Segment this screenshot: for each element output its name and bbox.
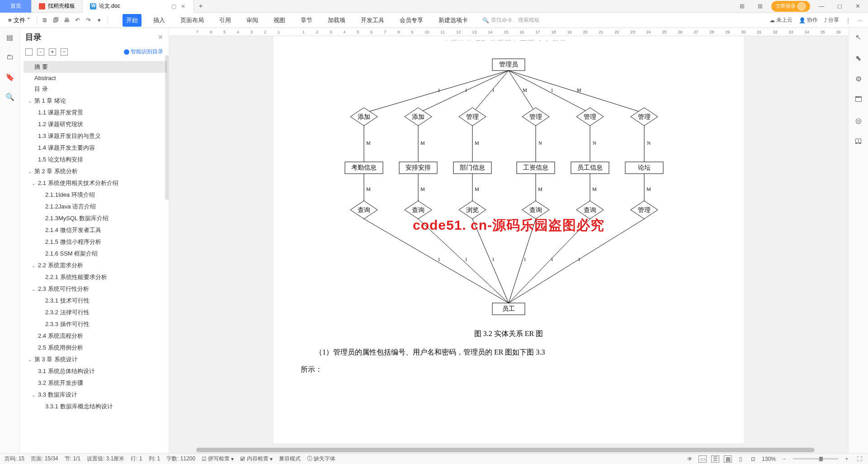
undo-icon[interactable]: ↶: [73, 16, 82, 25]
zoom-in-icon[interactable]: +: [843, 455, 851, 463]
ribbon-tab-addin[interactable]: 加载项: [324, 14, 349, 27]
outline-item[interactable]: 2.1.3MySQL 数据库介绍: [24, 213, 167, 224]
remove-icon[interactable]: −: [61, 48, 68, 56]
tab-add-button[interactable]: ＋: [194, 1, 208, 11]
zoom-out-icon[interactable]: −: [780, 455, 788, 463]
outline-item[interactable]: 3.1 系统总体结构设计: [24, 365, 167, 377]
outline-item[interactable]: 2.1.5 微信小程序分析: [24, 236, 167, 248]
outline-item[interactable]: 2.2.1 系统性能要求分析: [24, 271, 167, 283]
outline-item[interactable]: 目 录: [24, 83, 167, 95]
outline-item[interactable]: Abstract: [24, 73, 167, 83]
outline-icon[interactable]: ▤: [5, 33, 14, 42]
cloud-status[interactable]: ☁ 未上云: [769, 16, 793, 24]
layout-icon[interactable]: ⊞: [735, 1, 749, 12]
close-icon[interactable]: ✕: [158, 33, 163, 41]
eye-icon[interactable]: 👁: [686, 455, 694, 463]
tab-templates[interactable]: 找稻壳模板: [32, 0, 83, 13]
file-menu[interactable]: ≡ 文件 ˅: [5, 14, 33, 26]
bookmark-icon[interactable]: 🔖: [5, 72, 14, 81]
outline-item[interactable]: 3.3.1 数据库概念结构设计: [24, 401, 167, 412]
select-icon[interactable]: ↖: [854, 33, 863, 42]
cursor-icon[interactable]: ⬉: [854, 53, 863, 62]
ribbon-tab-member[interactable]: 会员专享: [396, 14, 427, 27]
outline-item[interactable]: ⌄2.2 系统需求分析: [24, 260, 167, 271]
zoom-fit-icon[interactable]: ⊡: [749, 455, 757, 463]
ribbon-tab-reference[interactable]: 引用: [216, 14, 235, 27]
ribbon-tab-chapter[interactable]: 章节: [297, 14, 316, 27]
content-check[interactable]: 🗹 内容检查 ▾: [240, 455, 273, 463]
login-button[interactable]: 立即登录: [771, 1, 810, 12]
zoom-slider[interactable]: [793, 458, 838, 459]
outline-item[interactable]: ⌄2.1 系统使用相关技术分析介绍: [24, 177, 167, 189]
outline-item[interactable]: 1.2 课题研究现状: [24, 118, 167, 130]
ruler[interactable]: 7654321123456789101112131415161718192021…: [169, 28, 848, 36]
share-button[interactable]: ⤴ 分享: [824, 16, 839, 24]
outline-item[interactable]: 2.1.4 微信开发者工具: [24, 224, 167, 236]
ribbon-tab-start[interactable]: 开始: [123, 14, 142, 27]
dropdown-icon[interactable]: ▾: [95, 16, 104, 25]
smart-toc-button[interactable]: 智能识别目录: [124, 48, 163, 56]
minimize-button[interactable]: —: [815, 1, 828, 12]
outline-item[interactable]: 2.3.1 技术可行性: [24, 295, 167, 307]
outline-item[interactable]: 2.1.6 SSM 框架介绍: [24, 248, 167, 260]
outline-item[interactable]: 1.4 课题开发主要内容: [24, 142, 167, 154]
outline-item[interactable]: 2.5 系统用例分析: [24, 342, 167, 354]
collab-button[interactable]: 👤 协作: [799, 16, 818, 24]
outline-item[interactable]: 2.3.3 操作可行性: [24, 318, 167, 330]
outline-item[interactable]: 1.5 论文结构安排: [24, 154, 167, 166]
more-icon[interactable]: ⋮: [845, 17, 851, 24]
zoom-value[interactable]: 130%: [762, 456, 776, 462]
fullscreen-icon[interactable]: ⛶: [855, 455, 863, 463]
outline-list[interactable]: 摘 要Abstract目 录⌄第 1 章 绪论1.1 课题开发背景1.2 课题研…: [20, 59, 169, 453]
outline-item[interactable]: ⌄3.3 数据库设计: [24, 389, 167, 401]
outline-item[interactable]: 2.3.2 法律可行性: [24, 307, 167, 318]
save-icon[interactable]: 🗎: [41, 16, 50, 25]
view-page-icon[interactable]: ▭: [698, 455, 707, 463]
ribbon-tab-review[interactable]: 审阅: [243, 14, 262, 27]
maximize-button[interactable]: ◻: [833, 1, 846, 12]
close-button[interactable]: ✕: [851, 1, 864, 12]
outline-item[interactable]: 2.4 系统流程分析: [24, 330, 167, 342]
col[interactable]: 列: 1: [149, 455, 160, 463]
help-icon[interactable]: ◎: [854, 116, 863, 125]
preview-icon[interactable]: 🖶: [62, 16, 71, 25]
position[interactable]: 设置值: 3.1厘米: [87, 455, 124, 463]
reading-icon[interactable]: 🕮: [854, 137, 863, 146]
tab-popout-icon[interactable]: ▢: [171, 3, 177, 9]
horizontal-scrollbar[interactable]: [169, 447, 842, 453]
page-number[interactable]: 页码: 15: [5, 455, 24, 463]
view-web-icon[interactable]: ▦: [724, 455, 732, 463]
ribbon-tab-dev[interactable]: 开发工具: [357, 14, 388, 27]
search-icon[interactable]: 🔍: [5, 92, 14, 101]
outline-item[interactable]: ⌄第 1 章 绪论: [24, 95, 167, 107]
object-icon[interactable]: 🗔: [854, 95, 863, 104]
outline-item[interactable]: 摘 要: [24, 61, 167, 73]
view-reading-icon[interactable]: ▯: [736, 455, 745, 463]
outline-item[interactable]: 3.2 系统开发步骤: [24, 377, 167, 389]
ribbon-tab-layout[interactable]: 页面布局: [177, 14, 208, 27]
ribbon-tab-view[interactable]: 视图: [270, 14, 289, 27]
spell-check[interactable]: ☑ 拼写检查 ▾: [202, 455, 234, 463]
outline-item[interactable]: ⌄2.3 系统可行性分析: [24, 283, 167, 295]
print-icon[interactable]: 🗐: [52, 16, 61, 25]
page[interactable]: 本系统的 ER 关系图如下图 3.2 所示： 管理员 111M1M 添加M考勤信…: [274, 36, 744, 443]
view-outline-icon[interactable]: ☰: [711, 455, 719, 463]
expand-level-icon[interactable]: ▫: [37, 48, 44, 56]
outline-item[interactable]: 1.1 课题开发背景: [24, 107, 167, 118]
search-box[interactable]: 🔍 查找命令、搜索模板: [482, 16, 540, 24]
ribbon-tab-insert[interactable]: 插入: [150, 14, 169, 27]
missing-font[interactable]: ⓘ 缺失字体: [307, 455, 335, 463]
collapse-all-icon[interactable]: [25, 48, 33, 56]
tab-home[interactable]: 首页: [0, 0, 32, 13]
settings-icon[interactable]: ⚙: [854, 74, 863, 83]
grid-icon[interactable]: ⊞: [753, 1, 767, 12]
word-count[interactable]: 字数: 11200: [166, 455, 195, 463]
nav-icon[interactable]: 🗀: [5, 52, 14, 62]
redo-icon[interactable]: ↷: [84, 16, 93, 25]
outline-item[interactable]: ⌄第 3 章 系统设计: [24, 354, 167, 365]
page-count[interactable]: 页面: 15/34: [31, 455, 58, 463]
add-icon[interactable]: +: [49, 48, 56, 56]
compat-mode[interactable]: 兼容模式: [279, 455, 301, 463]
tab-document[interactable]: 论文.doc ▢ ✕: [83, 0, 194, 13]
outline-item[interactable]: 1.3 课题开发目的与意义: [24, 130, 167, 142]
